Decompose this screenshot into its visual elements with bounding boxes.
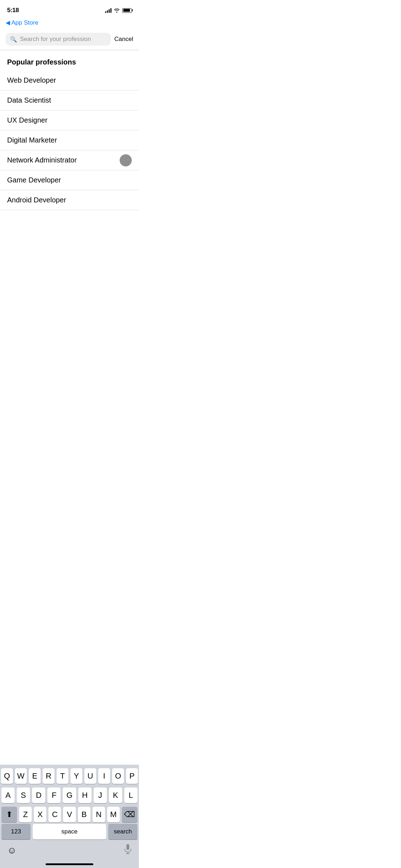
search-input-wrapper[interactable]: 🔍 — [6, 33, 111, 46]
search-icon: 🔍 — [10, 36, 17, 43]
list-item[interactable]: Data Scientist — [0, 91, 139, 110]
back-chevron-icon: ◀ — [6, 19, 10, 26]
list-item[interactable]: UX Designer — [0, 110, 139, 130]
back-label: App Store — [11, 19, 38, 26]
profession-list: Web DeveloperData ScientistUX DesignerDi… — [0, 71, 139, 210]
list-item[interactable]: Android Developer — [0, 190, 139, 210]
status-time: 5:18 — [7, 7, 19, 14]
list-item[interactable]: Digital Marketer — [0, 130, 139, 150]
back-button[interactable]: ◀ App Store — [6, 19, 38, 26]
wifi-icon — [114, 8, 120, 13]
list-item[interactable]: Web Developer — [0, 71, 139, 91]
search-input[interactable] — [20, 36, 106, 43]
nav-bar: ◀ App Store — [0, 18, 139, 30]
section-title: Popular professions — [0, 50, 139, 71]
status-icons — [105, 8, 132, 13]
battery-icon — [122, 8, 132, 13]
list-item[interactable]: Game Developer — [0, 170, 139, 190]
search-bar-container: 🔍 Cancel — [0, 30, 139, 50]
status-bar: 5:18 — [0, 0, 139, 18]
list-item[interactable]: Network Administrator — [0, 150, 139, 170]
cancel-button[interactable]: Cancel — [114, 36, 133, 43]
signal-icon — [105, 8, 111, 13]
content: Popular professions Web DeveloperData Sc… — [0, 50, 139, 210]
